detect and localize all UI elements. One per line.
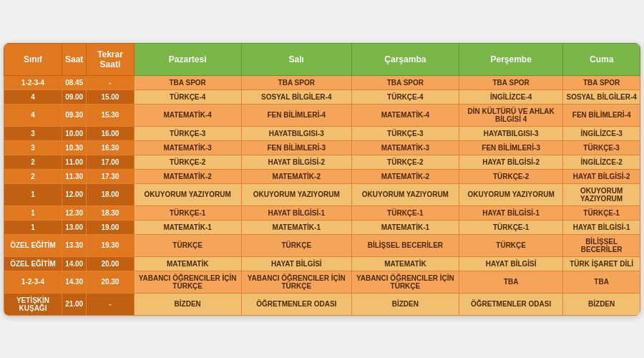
- cell-sinif: 4: [4, 104, 62, 126]
- table-row: ÖZEL EĞİTİM14.0020.00MATEMATİKHAYAT BİLG…: [4, 256, 640, 271]
- cell-carsamba: TÜRKÇE-1: [351, 205, 459, 220]
- cell-sali: OKUYORUM YAZIYORUM: [241, 183, 351, 205]
- cell-sinif: 2: [4, 155, 62, 169]
- header-sinif: Sınıf: [4, 43, 62, 75]
- table-row: YETİŞKİN KUŞAĞI21.00-BİZDENÖĞRETMENLER O…: [4, 293, 640, 315]
- cell-cuma: BİZDEN: [563, 293, 640, 315]
- cell-cuma: TBA SPOR: [563, 75, 640, 90]
- cell-sinif: 1-2-3-4: [4, 271, 62, 293]
- cell-pazartesi: TÜRKÇE-2: [134, 155, 241, 169]
- table-row: 112.0018.00OKUYORUM YAZIYORUMOKUYORUM YA…: [4, 183, 640, 205]
- cell-tekrar: 16.30: [87, 140, 134, 155]
- cell-carsamba: TÜRKÇE-4: [351, 90, 459, 104]
- cell-sali: HAYAT BİLGİSİ-1: [241, 205, 351, 220]
- cell-carsamba: MATEMATİK-1: [351, 220, 459, 234]
- table-row: 211.0017.00TÜRKÇE-2HAYAT BİLGİSİ-2TÜRKÇE…: [4, 155, 640, 169]
- cell-pazartesi: TBA SPOR: [134, 75, 241, 90]
- table-row: 211.3017.30MATEMATİK-2MATEMATİK-2MATEMAT…: [4, 169, 640, 183]
- cell-persembe: TBA SPOR: [459, 75, 563, 90]
- cell-sinif: 2: [4, 169, 62, 183]
- table-row: 409.0015.00TÜRKÇE-4SOSYAL BİLGİLER-4TÜRK…: [4, 90, 640, 104]
- header-persembe: Perşembe: [459, 43, 563, 75]
- cell-carsamba: MATEMATİK-3: [351, 140, 459, 155]
- cell-sinif: 3: [4, 126, 62, 140]
- header-tekrar: Tekrar Saati: [87, 43, 134, 75]
- cell-saat: 12.30: [62, 205, 86, 220]
- cell-tekrar: 20.30: [87, 271, 134, 293]
- cell-sinif: YETİŞKİN KUŞAĞI: [4, 293, 62, 315]
- cell-persembe: ÖĞRETMENLER ODASI: [459, 293, 563, 315]
- cell-sinif: 1: [4, 183, 62, 205]
- table-row: 1-2-3-408.45-TBA SPORTBA SPORTBA SPORTBA…: [4, 75, 640, 90]
- cell-saat: 11.00: [62, 155, 86, 169]
- cell-cuma: TBA: [563, 271, 640, 293]
- table-row: 1-2-3-414.3020.30YABANCI ÖĞRENCILER İÇİN…: [4, 271, 640, 293]
- schedule-table: Sınıf Saat Tekrar Saati Pazartesi Salı Ç…: [4, 43, 640, 316]
- table-row: 310.3016.30MATEMATİK-3FEN BİLİMLERİ-3MAT…: [4, 140, 640, 155]
- cell-carsamba: MATEMATİK: [351, 256, 459, 271]
- cell-carsamba: MATEMATİK-2: [351, 169, 459, 183]
- cell-carsamba: YABANCI ÖĞRENCILER İÇİN TÜRKÇE: [351, 271, 459, 293]
- cell-cuma: TÜRKÇE-1: [563, 205, 640, 220]
- cell-sali: ÖĞRETMENLER ODASI: [241, 293, 351, 315]
- cell-persembe: HAYAT BİLGİSİ-1: [459, 205, 563, 220]
- cell-carsamba: TÜRKÇE-2: [351, 155, 459, 169]
- header-sali: Salı: [241, 43, 351, 75]
- cell-tekrar: 16.00: [87, 126, 134, 140]
- cell-sinif: 1: [4, 205, 62, 220]
- cell-pazartesi: MATEMATİK: [134, 256, 241, 271]
- cell-cuma: SOSYAL BİLGİLER-4: [563, 90, 640, 104]
- cell-sali: TÜRKÇE: [241, 234, 351, 256]
- cell-pazartesi: TÜRKÇE-4: [134, 90, 241, 104]
- cell-cuma: FEN BİLİMLERİ-4: [563, 104, 640, 126]
- cell-tekrar: -: [87, 75, 134, 90]
- cell-pazartesi: BİZDEN: [134, 293, 241, 315]
- cell-persembe: OKUYORUM YAZIYORUM: [459, 183, 563, 205]
- cell-cuma: İNGİLİZCE-3: [563, 126, 640, 140]
- header-pazartesi: Pazartesi: [134, 43, 241, 75]
- cell-sali: FEN BİLİMLERİ-3: [241, 140, 351, 155]
- cell-tekrar: 19.30: [87, 234, 134, 256]
- cell-sinif: 4: [4, 90, 62, 104]
- cell-persembe: HAYAT BİLGİSİ: [459, 256, 563, 271]
- cell-sali: HAYAT BİLGİSİ: [241, 256, 351, 271]
- cell-sinif: 3: [4, 140, 62, 155]
- cell-saat: 14.00: [62, 256, 86, 271]
- cell-persembe: TÜRKÇE: [459, 234, 563, 256]
- cell-tekrar: 18.30: [87, 205, 134, 220]
- cell-saat: 13.00: [62, 220, 86, 234]
- cell-cuma: TÜRKÇE-3: [563, 140, 640, 155]
- cell-sinif: 1: [4, 220, 62, 234]
- cell-persembe: FEN BİLİMLERİ-3: [459, 140, 563, 155]
- cell-cuma: HAYAT BİLGİSİ-2: [563, 169, 640, 183]
- cell-cuma: İNGİLİZCE-2: [563, 155, 640, 169]
- table-row: ÖZEL EĞİTİM13.3019.30TÜRKÇETÜRKÇEBİLİŞSE…: [4, 234, 640, 256]
- table-row: 409.3015.30MATEMATİK-4FEN BİLİMLERİ-4MAT…: [4, 104, 640, 126]
- cell-saat: 13.30: [62, 234, 86, 256]
- table-row: 112.3018.30TÜRKÇE-1HAYAT BİLGİSİ-1TÜRKÇE…: [4, 205, 640, 220]
- cell-saat: 11.30: [62, 169, 86, 183]
- cell-saat: 09.30: [62, 104, 86, 126]
- cell-sinif: ÖZEL EĞİTİM: [4, 256, 62, 271]
- cell-saat: 21.00: [62, 293, 86, 315]
- cell-pazartesi: YABANCI ÖĞRENCILER İÇİN TÜRKÇE: [134, 271, 241, 293]
- cell-carsamba: BİLİŞSEL BECERİLER: [351, 234, 459, 256]
- cell-saat: 12.00: [62, 183, 86, 205]
- cell-carsamba: TBA SPOR: [351, 75, 459, 90]
- cell-tekrar: 17.30: [87, 169, 134, 183]
- cell-tekrar: 19.00: [87, 220, 134, 234]
- cell-sali: SOSYAL BİLGİLER-4: [241, 90, 351, 104]
- cell-tekrar: 15.00: [87, 90, 134, 104]
- cell-persembe: DİN KÜLTÜRÜ VE AHLAK BİLGİSİ 4: [459, 104, 563, 126]
- cell-cuma: BİLİŞSEL BECERİLER: [563, 234, 640, 256]
- cell-sali: MATEMATİK-2: [241, 169, 351, 183]
- cell-persembe: HAYAT BİLGİSİ-2: [459, 155, 563, 169]
- header-saat: Saat: [62, 43, 86, 75]
- cell-saat: 14.30: [62, 271, 86, 293]
- cell-carsamba: TÜRKÇE-3: [351, 126, 459, 140]
- cell-pazartesi: MATEMATİK-4: [134, 104, 241, 126]
- header-carsamba: Çarşamba: [351, 43, 459, 75]
- cell-pazartesi: TÜRKÇE-1: [134, 205, 241, 220]
- cell-carsamba: MATEMATİK-4: [351, 104, 459, 126]
- cell-cuma: OKUYORUM YAZIYORUM: [563, 183, 640, 205]
